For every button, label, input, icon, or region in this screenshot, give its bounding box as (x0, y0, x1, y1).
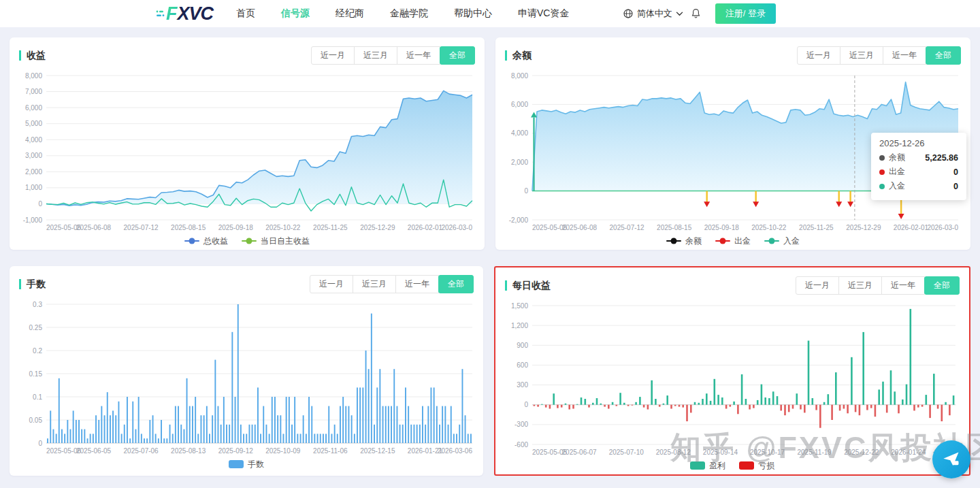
svg-text:2026-02-01: 2026-02-01 (894, 224, 929, 231)
logo-speedlines-icon (155, 8, 166, 19)
daily-income-chart[interactable]: -600-30003006009001,2001,5002025-05-0520… (501, 299, 961, 457)
svg-text:-600: -600 (514, 441, 528, 449)
legend-item[interactable]: 出金 (715, 235, 751, 247)
svg-text:2025-08-15: 2025-08-15 (657, 224, 692, 231)
svg-text:0.3: 0.3 (33, 301, 42, 308)
svg-text:2025-06-08: 2025-06-08 (562, 224, 598, 231)
nav-item-academy[interactable]: 金融学院 (390, 7, 428, 20)
svg-text:5,000: 5,000 (25, 120, 42, 127)
range-3m-button[interactable]: 近三月 (838, 276, 882, 295)
legend-item[interactable]: 当日自主收益 (242, 235, 310, 247)
range-1m-button[interactable]: 近一月 (310, 275, 353, 293)
svg-text:900: 900 (517, 342, 528, 349)
range-3m-button[interactable]: 近三月 (840, 46, 883, 65)
legend-label: 总收益 (203, 235, 228, 247)
range-all-button[interactable]: 全部 (924, 276, 960, 295)
nav-item-brokers[interactable]: 经纪商 (336, 7, 364, 20)
fxvc-logo[interactable]: FXVC (155, 3, 213, 25)
svg-text:2026-02-01: 2026-02-01 (408, 224, 443, 231)
logo-text-f: F (166, 3, 178, 25)
tooltip-value: 0 (953, 182, 958, 191)
svg-text:1,000: 1,000 (25, 184, 42, 191)
svg-text:2026-01-24: 2026-01-24 (891, 449, 926, 456)
range-group-balance: 近一月 近三月 近一年 全部 (798, 46, 961, 65)
svg-text:2025-12-22: 2025-12-22 (844, 449, 879, 456)
svg-text:2025-08-13: 2025-08-13 (171, 447, 206, 455)
svg-text:2,000: 2,000 (25, 168, 42, 176)
range-1m-button[interactable]: 近一月 (796, 276, 839, 295)
svg-text:0.25: 0.25 (29, 324, 43, 331)
legend-label: 亏损 (758, 460, 774, 472)
svg-text:2025-07-10: 2025-07-10 (609, 449, 644, 456)
panel-title-revenue: 收益 (19, 50, 46, 61)
svg-text:0: 0 (524, 401, 528, 408)
range-1y-button[interactable]: 近一年 (881, 276, 925, 295)
nav-item-home[interactable]: 首页 (236, 7, 255, 20)
range-1m-button[interactable]: 近一月 (797, 46, 840, 65)
svg-text:2025-09-18: 2025-09-18 (704, 224, 740, 231)
nav-item-help[interactable]: 帮助中心 (454, 7, 492, 20)
panel-revenue: 收益 近一月 近三月 近一年 全部 -1,00001,0002,0003,000… (10, 37, 485, 250)
svg-text:2025-12-29: 2025-12-29 (360, 224, 395, 231)
range-1y-button[interactable]: 近一年 (883, 46, 926, 65)
highlight-border: 每日收益 近一月 近三月 近一年 全部 -600-30003006009001,… (494, 266, 970, 476)
legend-item[interactable]: 入金 (764, 235, 800, 247)
range-3m-button[interactable]: 近三月 (353, 275, 396, 293)
svg-text:0.2: 0.2 (33, 347, 42, 355)
range-1m-button[interactable]: 近一月 (311, 46, 355, 65)
nav-item-apply-funds[interactable]: 申请VC资金 (518, 7, 569, 20)
legend-label: 出金 (734, 235, 751, 247)
svg-text:2025-08-12: 2025-08-12 (656, 449, 691, 456)
svg-text:4,000: 4,000 (25, 136, 42, 144)
register-login-button[interactable]: 注册/ 登录 (715, 3, 776, 24)
daily-income-legend: 盈利亏损 (495, 457, 969, 474)
range-all-button[interactable]: 全部 (440, 46, 475, 65)
legend-item[interactable]: 亏损 (739, 460, 774, 472)
revenue-chart[interactable]: -1,00001,0002,0003,0004,0005,0006,0007,0… (15, 69, 478, 232)
panel-title-daily-income: 每日收益 (505, 280, 551, 291)
range-3m-button[interactable]: 近三月 (354, 46, 397, 65)
svg-text:2025-07-12: 2025-07-12 (124, 224, 159, 231)
panel-title-lots: 手数 (19, 279, 46, 289)
svg-text:0: 0 (524, 187, 528, 195)
svg-text:-2,000: -2,000 (509, 216, 529, 224)
range-all-button[interactable]: 全部 (438, 275, 474, 293)
range-1y-button[interactable]: 近一年 (395, 275, 439, 293)
svg-text:600: 600 (517, 361, 528, 369)
svg-text:1,500: 1,500 (511, 302, 528, 310)
svg-text:2025-10-09: 2025-10-09 (265, 447, 301, 455)
legend-item[interactable]: 盈利 (690, 460, 725, 472)
nav-item-signals[interactable]: 信号源 (281, 7, 310, 20)
range-group-revenue: 近一月 近三月 近一年 全部 (312, 46, 475, 65)
tooltip-label: 入金 (889, 180, 905, 192)
tooltip-label: 余额 (889, 152, 905, 163)
tooltip-label: 出金 (889, 166, 905, 178)
svg-text:2,000: 2,000 (511, 159, 528, 166)
lots-chart[interactable]: 00.050.10.150.20.250.32025-05-062025-06-… (15, 297, 478, 455)
range-all-button[interactable]: 全部 (926, 46, 961, 65)
svg-text:8,000: 8,000 (25, 72, 42, 80)
svg-text:2026-03-0: 2026-03-0 (441, 224, 472, 231)
svg-text:2026-03-0: 2026-03-0 (927, 224, 958, 231)
svg-text:2025-06-07: 2025-06-07 (562, 449, 598, 456)
panel-lots: 手数 近一月 近三月 近一年 全部 00.050.10.150.20.250.3… (10, 266, 483, 476)
zhihu-float-button[interactable] (932, 440, 970, 478)
revenue-legend: 总收益当日自主收益 (10, 232, 485, 250)
main-nav: 首页 信号源 经纪商 金融学院 帮助中心 申请VC资金 (236, 7, 569, 20)
panel-daily-income: 每日收益 近一月 近三月 近一年 全部 -600-30003006009001,… (495, 267, 969, 474)
legend-item[interactable]: 手数 (229, 459, 264, 470)
bell-icon[interactable] (690, 7, 702, 20)
legend-item[interactable]: 总收益 (184, 235, 228, 247)
language-selector[interactable]: 简体中文 (623, 7, 683, 20)
paper-plane-icon (942, 450, 961, 469)
svg-text:2025-07-12: 2025-07-12 (610, 224, 645, 231)
svg-text:7,000: 7,000 (25, 88, 42, 95)
legend-label: 余额 (685, 235, 702, 247)
svg-text:0.1: 0.1 (33, 393, 42, 401)
range-1y-button[interactable]: 近一年 (397, 46, 440, 65)
svg-text:2025-09-12: 2025-09-12 (218, 447, 254, 455)
svg-text:2025-08-15: 2025-08-15 (171, 224, 206, 231)
legend-item[interactable]: 余额 (666, 235, 702, 247)
svg-text:-300: -300 (514, 421, 528, 428)
panel-balance: 余额 近一月 近三月 近一年 全部 -2,00002,0004,0006,000… (495, 37, 970, 250)
